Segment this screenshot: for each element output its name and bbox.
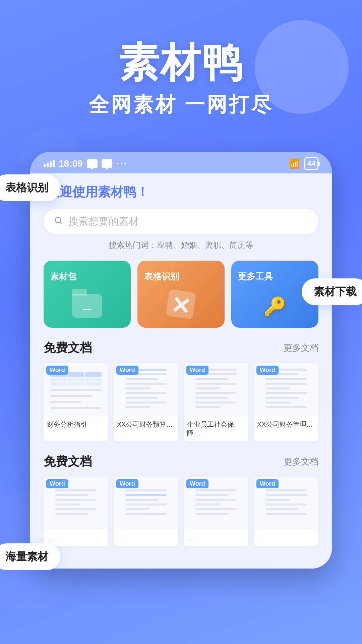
word-badge-s2: Word — [186, 479, 208, 488]
search-bar[interactable]: 搜索想要的素材 — [44, 209, 318, 234]
welcome-text: 欢迎使用素材鸭！ — [44, 183, 318, 201]
doc-thumb-s0: Word — [44, 477, 108, 530]
notification-icon — [87, 159, 98, 168]
free-docs-title: 免费文档 — [44, 340, 92, 356]
word-badge-1: Word — [116, 366, 138, 375]
dots-menu[interactable]: ··· — [116, 158, 128, 169]
phone-mockup: 18:09 ··· 📶 44 欢迎使用素材鸭！ 搜索想要的素材 搜索热门词：应聘… — [30, 152, 332, 569]
doc-card-s3[interactable]: Word … — [254, 477, 318, 546]
doc-grid-1: Word — [44, 363, 318, 441]
float-label-biaoge: 表格识别 — [0, 174, 60, 201]
doc-name-0: 财务分析指引 — [44, 417, 108, 433]
doc-name-2: 企业员工社会保障… — [184, 417, 248, 441]
svg-line-1 — [60, 222, 62, 224]
doc-thumb-s3: Word — [254, 477, 318, 530]
doc-card-s0[interactable]: Word … — [44, 477, 108, 546]
orange-square: ✕ — [166, 289, 196, 319]
word-badge-0: Word — [46, 366, 68, 375]
doc-thumb-3: Word — [254, 363, 318, 417]
doc-thumb-0: Word — [44, 363, 108, 417]
doc-thumb-1: Word — [114, 363, 178, 417]
tool-card-biaoge[interactable]: 表格识别 ✕ — [137, 261, 225, 328]
search-placeholder: 搜索想要的素材 — [68, 215, 139, 228]
word-badge-3: Word — [256, 366, 279, 375]
doc-name-s2: … — [184, 530, 248, 546]
doc-thumb-s2: Word — [184, 477, 248, 530]
word-badge-2: Word — [186, 366, 208, 375]
folder-icon-wrap — [50, 287, 124, 318]
doc-thumb-s1: Word — [114, 477, 178, 530]
search-icon — [54, 216, 63, 227]
second-docs-title: 免费文档 — [44, 453, 92, 470]
status-left: 18:09 ··· — [44, 158, 128, 169]
word-badge-s1: Word — [116, 479, 138, 488]
battery-indicator: 44 — [304, 157, 318, 170]
doc-name-1: XX公司财务预算… — [114, 417, 178, 433]
tool-card-title-more: 更多工具 — [238, 271, 273, 282]
status-time: 18:09 — [59, 158, 83, 169]
folder-icon — [72, 294, 102, 318]
word-badge-s0: Word — [46, 479, 68, 488]
signal-bars — [44, 160, 55, 167]
hot-keywords: 搜索热门词：应聘、婚姻、离职、简历等 — [44, 240, 318, 251]
doc-card-s1[interactable]: Word … — [114, 477, 178, 546]
app-title: 素材鸭 — [20, 40, 342, 85]
doc-thumb-2: Word — [184, 363, 248, 417]
doc-card-1[interactable]: Word XX公司财务预算… — [114, 363, 178, 441]
hero-section: 素材鸭 全网素材 一网打尽 — [0, 0, 362, 139]
doc-name-s0: … — [44, 530, 108, 546]
doc-name-s3: … — [254, 530, 318, 546]
x-icon-wrap: ✕ — [144, 287, 218, 318]
doc-grid-2: Word … Word — [44, 477, 318, 546]
word-badge-s3: Word — [256, 479, 279, 488]
float-label-hailiang: 海量素材 — [0, 543, 60, 570]
second-docs-header: 免费文档 更多文档 — [44, 453, 318, 470]
doc-name-s1: … — [114, 530, 178, 546]
notification-icon-2 — [102, 159, 112, 168]
free-docs-more[interactable]: 更多文档 — [284, 342, 318, 354]
tool-card-sucaibao[interactable]: 素材包 — [44, 261, 131, 328]
tool-cards: 素材包 表格识别 ✕ 更多工具 🔑 — [44, 261, 318, 328]
app-content: 欢迎使用素材鸭！ 搜索想要的素材 搜索热门词：应聘、婚姻、离职、简历等 素材包 — [30, 173, 332, 569]
key-icon: 🔑 — [263, 296, 287, 318]
doc-card-s2[interactable]: Word … — [184, 477, 248, 546]
key-icon-wrap: 🔑 — [238, 292, 312, 318]
status-bar: 18:09 ··· 📶 44 — [30, 152, 332, 173]
status-right: 📶 44 — [289, 157, 318, 170]
tool-card-title-biaoge: 表格识别 — [144, 271, 179, 282]
doc-card-3[interactable]: Word XX公司财务管理… — [254, 363, 318, 441]
doc-card-2[interactable]: Word 企业员工社会保障… — [184, 363, 248, 441]
doc-name-3: XX公司财务管理… — [254, 417, 318, 433]
tool-card-title-sucaibao: 素材包 — [50, 271, 76, 282]
x-icon: ✕ — [169, 291, 192, 321]
wifi-icon: 📶 — [289, 159, 300, 169]
second-docs-more[interactable]: 更多文档 — [284, 456, 318, 468]
float-label-sucai-download: 素材下载 — [302, 278, 362, 305]
doc-card-0[interactable]: Word — [44, 363, 108, 441]
free-docs-header: 免费文档 更多文档 — [44, 340, 318, 356]
app-subtitle: 全网素材 一网打尽 — [20, 91, 342, 118]
